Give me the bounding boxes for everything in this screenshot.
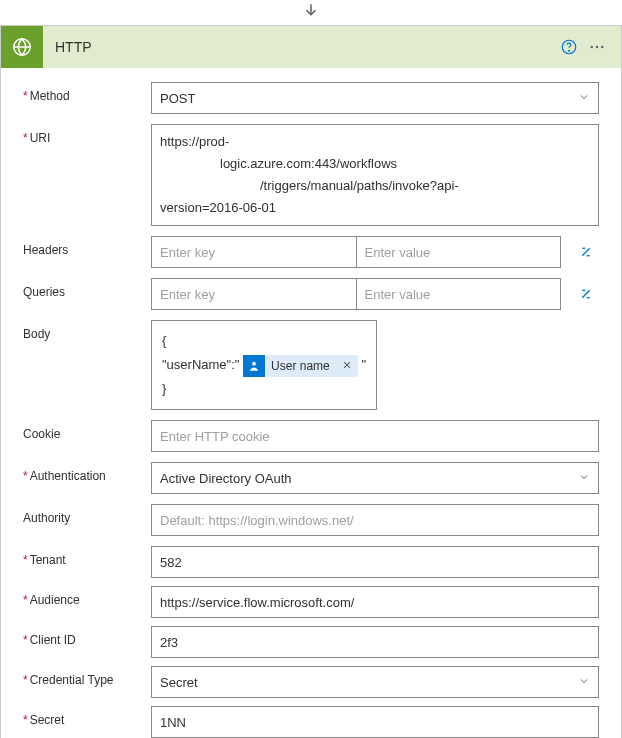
queries-label: Queries [23,278,151,299]
headers-key-input[interactable] [152,237,356,267]
authority-input[interactable] [151,504,599,536]
body-input[interactable]: { "userName":" User name " [151,320,377,410]
credentialtype-select[interactable]: Secret [151,666,599,698]
headers-label: Headers [23,236,151,257]
person-icon [243,355,265,377]
uri-label: *URI [23,124,151,145]
clientid-label: *Client ID [23,626,151,647]
http-globe-icon [1,26,43,68]
toggle-headers-mode-button[interactable] [573,239,599,265]
method-value: POST [160,91,195,106]
http-action-card: HTTP *Method POST *URI https://prod- log… [0,25,622,738]
credentialtype-label: *Credential Type [23,666,151,687]
chevron-down-icon [578,675,590,690]
headers-pair [151,236,561,268]
authority-label: Authority [23,504,151,525]
svg-point-5 [601,46,603,48]
uri-input[interactable]: https://prod- logic.azure.com:443/workfl… [151,124,599,226]
cookie-input[interactable] [151,420,599,452]
secret-input[interactable] [151,706,599,738]
username-token[interactable]: User name [243,355,358,377]
card-title: HTTP [55,39,555,55]
audience-input[interactable] [151,586,599,618]
cookie-label: Cookie [23,420,151,441]
chevron-down-icon [578,471,590,486]
help-button[interactable] [555,33,583,61]
svg-point-3 [591,46,593,48]
svg-point-2 [569,50,570,51]
toggle-queries-mode-button[interactable] [573,281,599,307]
clientid-input[interactable] [151,626,599,658]
credentialtype-value: Secret [160,675,198,690]
tenant-label: *Tenant [23,546,151,567]
queries-pair [151,278,561,310]
authentication-value: Active Directory OAuth [160,471,292,486]
token-label: User name [265,354,336,378]
token-remove-button[interactable] [336,354,358,378]
queries-key-input[interactable] [152,279,356,309]
authentication-select[interactable]: Active Directory OAuth [151,462,599,494]
secret-label: *Secret [23,706,151,727]
queries-value-input[interactable] [357,279,561,309]
audience-label: *Audience [23,586,151,607]
method-label: *Method [23,82,151,103]
authentication-label: *Authentication [23,462,151,483]
tenant-input[interactable] [151,546,599,578]
card-header: HTTP [1,26,621,68]
more-actions-button[interactable] [583,33,611,61]
method-select[interactable]: POST [151,82,599,114]
incoming-arrow-icon [0,0,622,25]
chevron-down-icon [578,91,590,106]
svg-point-6 [252,361,256,365]
svg-point-4 [596,46,598,48]
headers-value-input[interactable] [357,237,561,267]
body-label: Body [23,320,151,341]
